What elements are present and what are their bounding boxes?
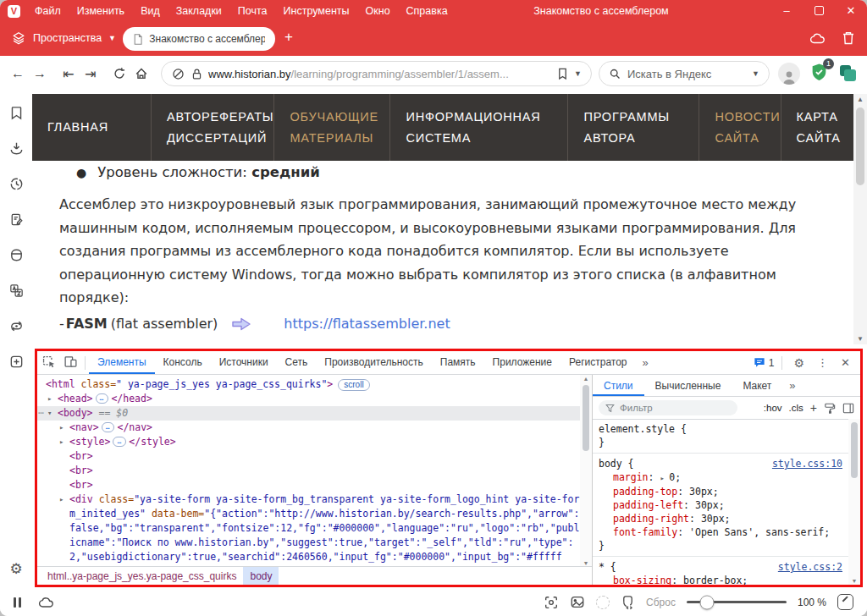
search-dropdown-caret[interactable]: ▼: [752, 69, 759, 78]
css-property[interactable]: margin: ▸ 0;: [599, 470, 842, 485]
devtools-tab[interactable]: Источники: [211, 351, 277, 374]
address-bar[interactable]: www.historian.by/learning/programming/as…: [161, 61, 592, 86]
browser-logo-icon[interactable]: V: [8, 5, 20, 18]
styles-scrollbar[interactable]: ▼: [848, 419, 860, 585]
profile-avatar[interactable]: [778, 63, 800, 85]
more-tabs-button[interactable]: »: [636, 352, 655, 373]
zoom-reset-button[interactable]: Сброс: [646, 597, 676, 608]
devtools-menu-icon[interactable]: ⋮: [813, 356, 832, 369]
breadcrumb-item[interactable]: html..ya-page_js_yes.ya-page_css_quirks: [41, 567, 243, 585]
home-button[interactable]: [130, 66, 152, 82]
scrollbar-thumb[interactable]: [583, 385, 589, 451]
settings-gear-icon[interactable]: ⚙: [9, 560, 22, 578]
history-icon[interactable]: [8, 176, 25, 192]
new-tab-button[interactable]: +: [284, 29, 293, 46]
devtools-tab[interactable]: Консоль: [155, 351, 211, 374]
cloud-icon[interactable]: [38, 595, 55, 609]
trash-icon[interactable]: [842, 30, 855, 46]
dom-node[interactable]: <html class=" ya-page_js_yes ya-page_css…: [37, 377, 580, 392]
bookmarks-icon[interactable]: [8, 105, 25, 121]
translate-icon[interactable]: [8, 283, 25, 299]
styles-tab[interactable]: Стили: [593, 376, 644, 396]
scrollbar-thumb[interactable]: [856, 107, 864, 185]
basket-icon[interactable]: [8, 247, 25, 263]
css-property[interactable]: box-sizing: border-box;: [599, 574, 842, 585]
menu-item[interactable]: Инструменты: [284, 5, 350, 17]
devtools-tab[interactable]: Приложение: [484, 351, 561, 374]
rewind-button[interactable]: ⇤: [58, 66, 80, 82]
scroll-down-icon[interactable]: ▼: [853, 335, 867, 343]
site-nav-item[interactable]: АВТОРЕФЕРАТЫ ДИССЕРТАЦИЙ: [152, 94, 274, 161]
site-nav-item[interactable]: ОБУЧАЮЩИЕ МАТЕРИАЛЫ: [274, 94, 390, 161]
rendering-paint-icon[interactable]: [824, 403, 836, 414]
page-scrollbar[interactable]: ▲ ▼: [853, 94, 867, 344]
devtools-tab[interactable]: Элементы: [89, 351, 155, 374]
pause-icon[interactable]: [14, 597, 21, 608]
image-capture-icon[interactable]: [570, 595, 585, 609]
dom-node[interactable]: <br>: [37, 464, 580, 478]
css-rule[interactable]: * {style.css:2box-sizing: border-box;}: [593, 557, 848, 585]
address-dropdown-caret[interactable]: ▼: [574, 69, 582, 78]
collapsed-ellipsis-icon[interactable]: …: [113, 437, 126, 447]
css-toggle[interactable]: .cls: [789, 403, 803, 413]
maximize-button[interactable]: [803, 0, 835, 22]
site-nav-item[interactable]: ИНФОРМАЦИОННАЯ СИСТЕМА: [390, 94, 568, 161]
expand-arrow-icon[interactable]: ▸: [660, 474, 669, 482]
panel-layout-icon[interactable]: [842, 403, 854, 414]
page-actions-icon[interactable]: [621, 595, 635, 610]
devtools-settings-icon[interactable]: ⚙: [789, 356, 810, 370]
url-text[interactable]: www.historian.by/learning/programming/as…: [208, 68, 551, 80]
site-nav-item[interactable]: ГЛАВНАЯ: [32, 94, 152, 161]
site-nav-item[interactable]: КАРТА САЙТА: [781, 94, 853, 161]
devtools-tab[interactable]: Сеть: [277, 351, 317, 374]
menu-item[interactable]: Вид: [141, 5, 160, 17]
dom-node[interactable]: ▸<div class="ya-site-form ya-site-form_b…: [37, 492, 580, 567]
expand-arrow-icon[interactable]: ▸: [59, 421, 64, 435]
site-nav-item[interactable]: ПРОГРАММЫ АВТОРА: [568, 94, 699, 161]
dashed-circle-icon[interactable]: [596, 596, 610, 609]
menu-item[interactable]: Почта: [238, 5, 268, 17]
menu-item[interactable]: Закладки: [176, 5, 222, 17]
dom-node[interactable]: ▸<style>…</style>: [37, 435, 580, 449]
scroll-down-icon[interactable]: ▼: [848, 578, 860, 584]
menu-item[interactable]: Изменить: [77, 5, 124, 17]
dom-node[interactable]: <br>: [37, 478, 580, 492]
dom-node[interactable]: ▸<nav>…</nav>: [37, 421, 580, 435]
minimize-button[interactable]: –: [770, 0, 803, 22]
console-messages-button[interactable]: 1: [754, 357, 775, 369]
new-style-rule-button[interactable]: +: [810, 401, 817, 415]
add-panel-icon[interactable]: [8, 354, 25, 370]
more-styles-tabs-button[interactable]: »: [782, 375, 802, 396]
capture-focus-icon[interactable]: [544, 595, 559, 610]
stylesheet-link[interactable]: style.css:10: [772, 457, 842, 470]
css-property[interactable]: padding-top: 30px;: [599, 485, 842, 498]
breadcrumb-item[interactable]: body: [243, 567, 279, 585]
dom-node[interactable]: <br>: [37, 449, 580, 464]
menu-item[interactable]: Справка: [406, 5, 448, 17]
scrollbar-thumb[interactable]: [851, 422, 858, 478]
styles-filter-input[interactable]: Фильтр: [599, 400, 737, 415]
zoom-slider-handle[interactable]: [699, 595, 714, 609]
stylesheet-link[interactable]: style.css:2: [778, 560, 842, 574]
styles-tab[interactable]: Макет: [732, 376, 782, 396]
cloud-sync-icon[interactable]: [809, 30, 826, 46]
protection-shield[interactable]: 1: [810, 63, 828, 85]
scroll-down-icon[interactable]: ▼: [580, 560, 592, 566]
forward-button[interactable]: →: [29, 66, 51, 81]
expand-arrow-icon[interactable]: ▸: [59, 435, 64, 449]
downloads-icon[interactable]: [8, 140, 25, 157]
css-rule[interactable]: body {style.css:10margin: ▸ 0;padding-to…: [593, 454, 848, 557]
menu-item[interactable]: Окно: [366, 5, 390, 17]
expand-arrow-icon[interactable]: ▸: [59, 492, 64, 507]
site-nav-item[interactable]: НОВОСТИ САЙТА: [699, 94, 781, 161]
menu-item[interactable]: Файл: [35, 5, 61, 17]
dom-scrollbar[interactable]: ▲ ▼: [580, 375, 592, 567]
fasm-link[interactable]: https://flatassembler.net: [284, 316, 450, 332]
css-property[interactable]: font-family: 'Open Sans', sans-serif;: [599, 525, 842, 539]
notes-icon[interactable]: [8, 212, 25, 228]
devtools-tab[interactable]: Регистратор: [561, 351, 636, 374]
collapsed-ellipsis-icon[interactable]: …: [96, 393, 109, 404]
devtools-tab[interactable]: Память: [432, 351, 484, 374]
dom-node[interactable]: ⋯▾<body> == $0: [37, 406, 580, 421]
collapsed-ellipsis-icon[interactable]: …: [102, 422, 115, 432]
